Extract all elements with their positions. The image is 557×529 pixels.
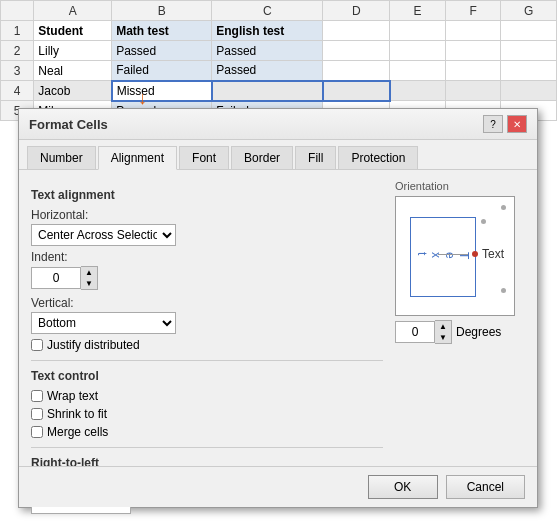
cell-f2[interactable] bbox=[445, 41, 501, 61]
merge-cells-checkbox[interactable] bbox=[31, 426, 43, 438]
cell-c2[interactable]: Passed bbox=[212, 41, 323, 61]
tab-number[interactable]: Number bbox=[27, 146, 96, 169]
shrink-fit-checkbox[interactable] bbox=[31, 408, 43, 420]
col-c-header[interactable]: C bbox=[212, 1, 323, 21]
cell-b1[interactable]: Math test bbox=[112, 21, 212, 41]
tab-protection[interactable]: Protection bbox=[338, 146, 418, 169]
cell-e3[interactable] bbox=[390, 61, 446, 81]
dialog-footer: OK Cancel bbox=[19, 466, 537, 507]
tab-fill[interactable]: Fill bbox=[295, 146, 336, 169]
degrees-row: 0 ▲ ▼ Degrees bbox=[395, 320, 525, 344]
indent-input[interactable]: 0 bbox=[31, 267, 81, 289]
ok-button[interactable]: OK bbox=[368, 475, 438, 499]
orientation-box[interactable]: Text Text bbox=[395, 196, 515, 316]
orient-dot-mid-right bbox=[481, 219, 486, 224]
indent-label: Indent: bbox=[31, 250, 98, 264]
shrink-fit-row: Shrink to fit bbox=[31, 407, 383, 421]
indent-spinner[interactable]: 0 ▲ ▼ bbox=[31, 266, 98, 290]
cell-d1[interactable] bbox=[323, 21, 390, 41]
vertical-dropdown[interactable]: Bottom bbox=[31, 312, 176, 334]
justify-distributed-checkbox[interactable] bbox=[31, 339, 43, 351]
dialog-titlebar: Format Cells ? ✕ bbox=[19, 109, 537, 140]
horizontal-label: Horizontal: bbox=[31, 208, 383, 222]
cell-a1[interactable]: Student bbox=[34, 21, 112, 41]
row-number: 4 bbox=[1, 81, 34, 101]
cell-f3[interactable] bbox=[445, 61, 501, 81]
wrap-text-checkbox[interactable] bbox=[31, 390, 43, 402]
wrap-text-row: Wrap text bbox=[31, 389, 383, 403]
cell-a2[interactable]: Lilly bbox=[34, 41, 112, 61]
down-arrow-indicator: ↓ bbox=[138, 88, 147, 109]
col-a-header[interactable]: A bbox=[34, 1, 112, 21]
degrees-down-btn[interactable]: ▼ bbox=[435, 332, 451, 343]
cell-d2[interactable] bbox=[323, 41, 390, 61]
cell-c3[interactable]: Passed bbox=[212, 61, 323, 81]
vertical-label: Vertical: bbox=[31, 296, 383, 310]
orient-dot-bot-right bbox=[501, 288, 506, 293]
orient-dot-active[interactable] bbox=[472, 251, 478, 257]
cell-b3[interactable]: Failed bbox=[112, 61, 212, 81]
format-cells-dialog: Format Cells ? ✕ Number Alignment Font B… bbox=[18, 108, 538, 508]
merge-cells-row: Merge cells bbox=[31, 425, 383, 439]
horizontal-field: Horizontal: Center Across Selection bbox=[31, 208, 383, 250]
row-header bbox=[1, 1, 34, 21]
dialog-title: Format Cells bbox=[29, 117, 108, 132]
wrap-text-label: Wrap text bbox=[47, 389, 98, 403]
degrees-spinner[interactable]: 0 ▲ ▼ bbox=[395, 320, 452, 344]
cancel-button[interactable]: Cancel bbox=[446, 475, 525, 499]
title-buttons: ? ✕ bbox=[483, 115, 527, 133]
orient-line bbox=[438, 254, 468, 255]
justify-distributed-row: Justify distributed bbox=[31, 338, 383, 352]
degrees-label: Degrees bbox=[456, 325, 501, 339]
cell-g2[interactable] bbox=[501, 41, 557, 61]
cell-b2[interactable]: Passed bbox=[112, 41, 212, 61]
cell-c1[interactable]: English test bbox=[212, 21, 323, 41]
degrees-up-btn[interactable]: ▲ bbox=[435, 321, 451, 332]
cell-e2[interactable] bbox=[390, 41, 446, 61]
orientation-text-horizontal: Text bbox=[438, 247, 504, 261]
help-button[interactable]: ? bbox=[483, 115, 503, 133]
justify-distributed-label: Justify distributed bbox=[47, 338, 140, 352]
cell-d3[interactable] bbox=[323, 61, 390, 81]
divider-2 bbox=[31, 447, 383, 448]
col-f-header[interactable]: F bbox=[445, 1, 501, 21]
cell-e1[interactable] bbox=[390, 21, 446, 41]
cell-g1[interactable] bbox=[501, 21, 557, 41]
divider-1 bbox=[31, 360, 383, 361]
cell-d4[interactable] bbox=[323, 81, 390, 101]
col-g-header[interactable]: G bbox=[501, 1, 557, 21]
cell-g4[interactable] bbox=[501, 81, 557, 101]
table-row: 1 Student Math test English test bbox=[1, 21, 557, 41]
tab-bar: Number Alignment Font Border Fill Protec… bbox=[19, 140, 537, 170]
col-d-header[interactable]: D bbox=[323, 1, 390, 21]
cell-g3[interactable] bbox=[501, 61, 557, 81]
indent-down-btn[interactable]: ▼ bbox=[81, 278, 97, 289]
col-e-header[interactable]: E bbox=[390, 1, 446, 21]
horizontal-dropdown[interactable]: Center Across Selection bbox=[31, 224, 176, 246]
tab-font[interactable]: Font bbox=[179, 146, 229, 169]
degrees-input[interactable]: 0 bbox=[395, 321, 435, 343]
cell-f1[interactable] bbox=[445, 21, 501, 41]
tab-alignment[interactable]: Alignment bbox=[98, 146, 177, 170]
tab-border[interactable]: Border bbox=[231, 146, 293, 169]
cell-a4[interactable]: Jacob bbox=[34, 81, 112, 101]
cell-a3[interactable]: Neal bbox=[34, 61, 112, 81]
spreadsheet: A B C D E F G 1 Student Math test Englis… bbox=[0, 0, 557, 120]
indent-area: Indent: 0 ▲ ▼ bbox=[31, 250, 98, 290]
col-b-header[interactable]: B bbox=[112, 1, 212, 21]
indent-up-btn[interactable]: ▲ bbox=[81, 267, 97, 278]
table-row: 4 Jacob Missed bbox=[1, 81, 557, 101]
cell-b4[interactable]: Missed bbox=[112, 81, 212, 101]
text-alignment-section: Text alignment bbox=[31, 188, 383, 202]
text-control-section: Text control bbox=[31, 369, 383, 383]
close-button[interactable]: ✕ bbox=[507, 115, 527, 133]
row-number: 1 bbox=[1, 21, 34, 41]
vertical-field: Vertical: Bottom bbox=[31, 296, 383, 338]
shrink-fit-label: Shrink to fit bbox=[47, 407, 107, 421]
cell-c4[interactable] bbox=[212, 81, 323, 101]
table-row: 2 Lilly Passed Passed bbox=[1, 41, 557, 61]
cell-f4[interactable] bbox=[445, 81, 501, 101]
cell-e4[interactable] bbox=[390, 81, 446, 101]
row-number: 2 bbox=[1, 41, 34, 61]
row-number: 3 bbox=[1, 61, 34, 81]
